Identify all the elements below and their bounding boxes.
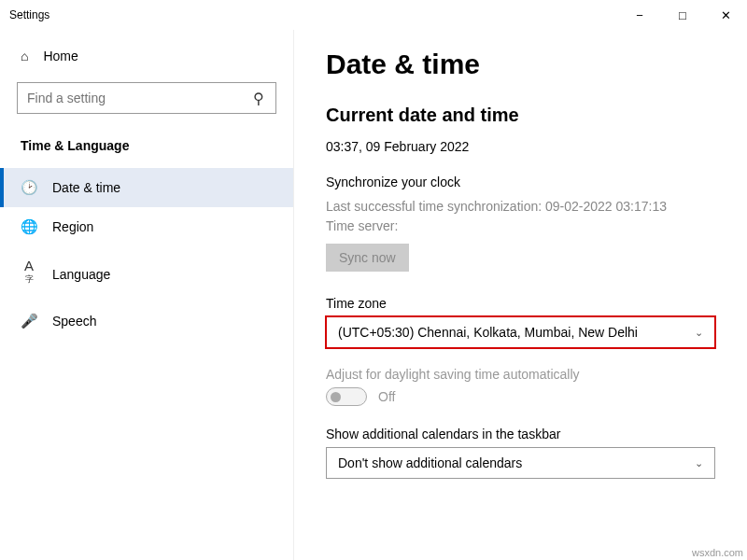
home-button[interactable]: ⌂ Home (17, 39, 276, 73)
maximize-button[interactable]: □ (661, 0, 704, 30)
watermark: wsxdn.com (692, 547, 743, 558)
sidebar-item-label: Language (52, 267, 110, 282)
sidebar-item-language[interactable]: A字 Language (0, 246, 293, 301)
sidebar-item-date-time[interactable]: 🕑 Date & time (0, 168, 293, 207)
sync-server: Time server: (326, 217, 715, 236)
current-heading: Current date and time (326, 105, 715, 126)
addcal-label: Show additional calendars in the taskbar (326, 427, 715, 441)
page-title: Date & time (326, 49, 715, 80)
sidebar-item-label: Speech (52, 314, 96, 329)
sidebar-item-region[interactable]: 🌐 Region (0, 207, 293, 246)
globe-icon: 🌐 (21, 218, 37, 235)
clock-icon: 🕑 (21, 179, 37, 196)
microphone-icon: 🎤 (21, 313, 37, 329)
current-datetime: 03:37, 09 February 2022 (326, 139, 715, 154)
chevron-down-icon: ⌄ (695, 457, 703, 469)
sync-heading: Synchronize your clock (326, 175, 715, 189)
home-label: Home (43, 49, 78, 63)
search-box[interactable]: ⚲ (17, 82, 276, 114)
chevron-down-icon: ⌄ (695, 327, 703, 339)
minimize-button[interactable]: − (618, 0, 661, 30)
search-input[interactable] (27, 91, 251, 105)
home-icon: ⌂ (21, 49, 28, 63)
dst-label: Adjust for daylight saving time automati… (326, 367, 715, 382)
timezone-label: Time zone (326, 296, 715, 311)
timezone-value: (UTC+05:30) Chennai, Kolkata, Mumbai, Ne… (338, 325, 638, 340)
language-icon: A字 (21, 258, 37, 290)
addcal-value: Don't show additional calendars (338, 455, 522, 470)
sync-now-button[interactable]: Sync now (326, 244, 409, 272)
timezone-select[interactable]: (UTC+05:30) Chennai, Kolkata, Mumbai, Ne… (326, 316, 715, 348)
addcal-select[interactable]: Don't show additional calendars ⌄ (326, 447, 715, 479)
close-button[interactable]: ✕ (704, 0, 747, 30)
sidebar-item-label: Date & time (52, 180, 120, 195)
sync-last: Last successful time synchronization: 09… (326, 197, 715, 217)
dst-toggle (326, 387, 367, 406)
dst-state: Off (378, 389, 395, 404)
category-label: Time & Language (17, 131, 276, 168)
sidebar-item-label: Region (52, 219, 93, 234)
search-icon: ⚲ (251, 90, 266, 107)
window-title: Settings (9, 8, 49, 21)
sidebar-item-speech[interactable]: 🎤 Speech (0, 301, 293, 341)
